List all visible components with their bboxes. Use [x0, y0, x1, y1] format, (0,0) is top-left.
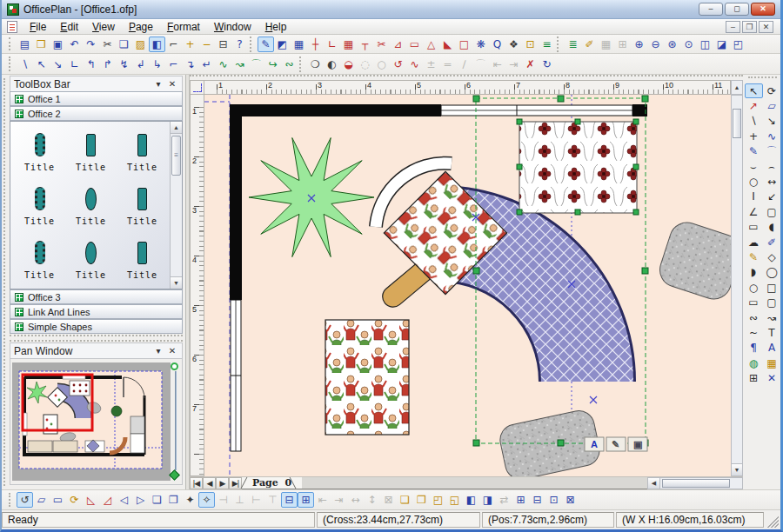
toolbox-item-conference-table[interactable]: Title: [14, 286, 65, 289]
toolbox-item-conference-table[interactable]: Title: [14, 232, 65, 286]
bring-front-button[interactable]: ❏: [397, 492, 413, 508]
closed-shape-tool[interactable]: ◗: [745, 265, 763, 280]
scroll-up-icon[interactable]: ▲: [171, 122, 182, 134]
menu-format[interactable]: Format: [160, 19, 207, 35]
link-line[interactable]: ∖: [17, 57, 33, 72]
slant-button[interactable]: ∕: [456, 57, 472, 72]
space-horizontal-button[interactable]: ⇤: [489, 57, 505, 72]
reshape-button[interactable]: ∿: [406, 57, 423, 72]
angle-tool[interactable]: ∠: [745, 204, 763, 219]
layer-list-button[interactable]: ≣: [565, 37, 581, 52]
link-double-start-arrow[interactable]: ↴: [182, 57, 198, 72]
fit-width-button[interactable]: ◰: [730, 37, 746, 52]
help-button[interactable]: ?: [231, 37, 248, 52]
pan-zoom-slider[interactable]: [170, 362, 180, 481]
link-zigzag-end-arrow[interactable]: ↳: [149, 57, 165, 72]
section-office-2[interactable]: Office 2: [10, 106, 183, 121]
note-image-button[interactable]: ▣: [628, 437, 647, 451]
triangle-tool[interactable]: △: [423, 37, 439, 52]
freehand-tool[interactable]: ✎: [745, 144, 763, 159]
subtract-button[interactable]: ◐: [324, 57, 340, 72]
weld-button[interactable]: ○: [373, 57, 390, 72]
link-elbow-end-arrow[interactable]: ↱: [99, 57, 116, 72]
mdi-restore-button[interactable]: ❐: [742, 21, 757, 33]
drawing-canvas[interactable]: A ✎ ▣: [204, 95, 731, 476]
rotate-shape-button[interactable]: ↺: [390, 57, 406, 72]
zoom-region-button[interactable]: ⊛: [664, 37, 680, 52]
maximize-button[interactable]: ◻: [725, 3, 749, 16]
cloud-tool[interactable]: ☁: [745, 235, 763, 249]
scroll-left-icon[interactable]: ◀: [648, 478, 660, 489]
send-back-button[interactable]: ❐: [413, 492, 430, 508]
section-office-1[interactable]: Office 1: [10, 91, 183, 106]
rect-outline-tool[interactable]: □: [456, 37, 472, 52]
link-zigzag-start-arrow[interactable]: ↲: [132, 57, 149, 72]
scroll-up-icon[interactable]: ▲: [731, 80, 743, 95]
open-curve-tool[interactable]: ↝: [763, 310, 781, 325]
mdi-close-button[interactable]: ✕: [759, 21, 773, 33]
layers-button[interactable]: ≡: [539, 37, 555, 52]
menu-page[interactable]: Page: [122, 19, 160, 35]
menu-help[interactable]: Help: [258, 19, 294, 35]
skew-v-tool[interactable]: ▭: [50, 492, 66, 508]
toolbox-item-rect-table[interactable]: Title: [117, 286, 168, 289]
link-curve[interactable]: ∿: [215, 57, 231, 72]
reverse-order-button[interactable]: ⇄: [496, 492, 512, 508]
pen-tool[interactable]: ✎: [745, 249, 763, 264]
edit-shape-tool[interactable]: ▱: [763, 98, 781, 113]
wall-left[interactable]: [230, 104, 242, 451]
image-tool[interactable]: ▦: [763, 356, 781, 370]
diagonal-box-tool[interactable]: ⊿: [390, 37, 406, 52]
fence-tool[interactable]: ▦: [340, 37, 357, 52]
space-down-button[interactable]: ⇥: [331, 492, 347, 508]
callout-ellipse-tool[interactable]: ◖: [763, 220, 781, 235]
split-cells-button[interactable]: ⊠: [562, 492, 579, 508]
merge-cells-button[interactable]: ⊡: [545, 492, 562, 508]
zoom-tool[interactable]: Q: [489, 37, 505, 52]
menu-window[interactable]: Window: [207, 19, 258, 35]
palette-drag-handle[interactable]: [748, 76, 777, 81]
close-button[interactable]: ✕: [751, 3, 775, 16]
arc-up-tool[interactable]: ⌢: [763, 159, 781, 174]
link-double-end-arrow[interactable]: ↵: [198, 57, 215, 72]
pan-close-button[interactable]: ✕: [166, 346, 178, 356]
behind-object-button[interactable]: ◨: [479, 492, 496, 508]
add-button[interactable]: +: [182, 37, 198, 52]
scroll-down-icon[interactable]: ▼: [171, 276, 182, 289]
guide-button[interactable]: ⌐: [165, 37, 182, 52]
fit-selection-button[interactable]: ◫: [697, 37, 713, 52]
zoom-previous-button[interactable]: ⊙: [680, 37, 697, 52]
select-component-button[interactable]: ◩: [274, 37, 291, 52]
dimension-h-tool[interactable]: ↔: [763, 174, 781, 189]
link-double-elbow[interactable]: ⌐: [165, 57, 182, 72]
menu-view[interactable]: View: [85, 19, 122, 35]
rotate-select-tool[interactable]: ⟳: [763, 83, 781, 98]
marker-tool[interactable]: ✐: [763, 235, 781, 249]
send-backward-button[interactable]: ◱: [446, 492, 463, 508]
scrollbar-thumb[interactable]: [662, 479, 730, 488]
toolbox-item-rect-table[interactable]: Title: [117, 124, 168, 178]
open-button[interactable]: ❒: [33, 37, 50, 52]
draw-mode-button[interactable]: ✎: [258, 37, 274, 52]
toolbox-item-oval-table[interactable]: Title: [65, 232, 117, 286]
skew-h-tool[interactable]: ▱: [33, 492, 50, 508]
paste-button[interactable]: ▨: [132, 37, 149, 52]
toolbox-close-button[interactable]: ✕: [166, 79, 178, 89]
new-button[interactable]: ▤: [17, 37, 33, 52]
same-height-button[interactable]: ↕: [364, 492, 380, 508]
mdi-minimize-button[interactable]: –: [726, 21, 740, 33]
center-page-v-button[interactable]: ⊞: [298, 492, 314, 508]
link-elbow[interactable]: ∟: [66, 57, 83, 72]
link-line-start-arrow[interactable]: ↖: [33, 57, 50, 72]
save-button[interactable]: ▣: [50, 37, 66, 52]
toolbox-item-oval-table[interactable]: Title: [65, 286, 117, 289]
toolbox-collapse-button[interactable]: ▾: [152, 79, 164, 89]
ellipse-arc-tool[interactable]: ○: [745, 174, 763, 189]
align-top-button[interactable]: ⊤: [264, 492, 281, 508]
link-s-curve[interactable]: ∾: [281, 57, 298, 72]
toolbox-item-oval-table[interactable]: Title: [65, 178, 117, 232]
tee-tool[interactable]: ┬: [357, 37, 373, 52]
link-arc-arrow[interactable]: ↪: [264, 57, 281, 72]
redo-button[interactable]: ↷: [83, 37, 99, 52]
mirror-v-tool[interactable]: ▷: [132, 492, 149, 508]
